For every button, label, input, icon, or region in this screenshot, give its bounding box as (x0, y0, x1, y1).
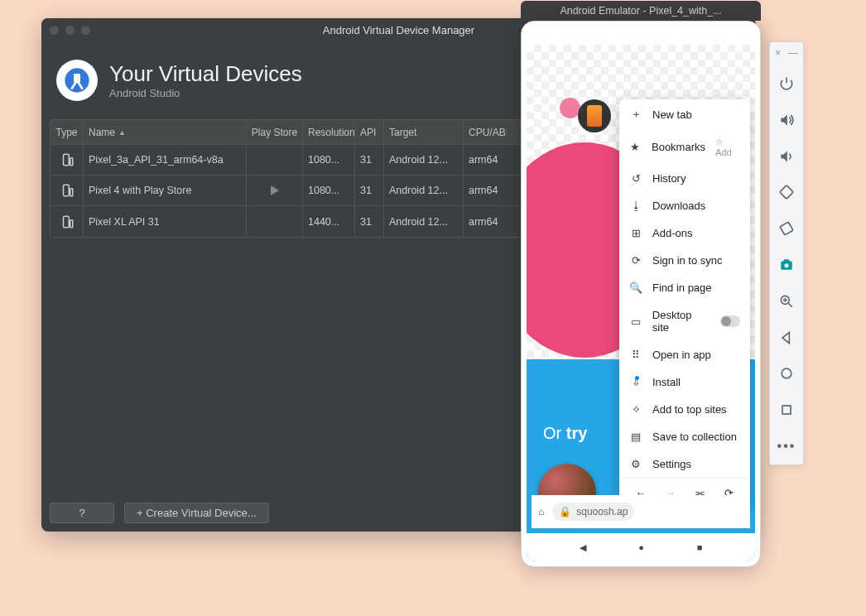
star-filled-icon: ★ (629, 141, 642, 153)
desktop-site-toggle[interactable] (720, 315, 740, 327)
svg-rect-5 (70, 189, 72, 196)
page-title: Your Virtual Devices (109, 61, 302, 87)
play-store-icon (247, 176, 303, 205)
menu-settings[interactable]: ⚙Settings (619, 450, 750, 478)
col-api[interactable]: API (355, 120, 384, 144)
emu-screenshot-button[interactable] (770, 247, 803, 283)
monitor-icon: ▭ (629, 315, 642, 328)
lock-icon: 🔒 (559, 506, 571, 517)
col-cpu[interactable]: CPU/ABI (464, 120, 507, 144)
menu-new-tab[interactable]: ＋New tab (619, 99, 750, 129)
android-studio-icon (56, 60, 98, 101)
open-in-app-badge (635, 376, 639, 380)
emulator-titlebar[interactable]: Android Emulator - Pixel_4_with_... (521, 1, 761, 21)
emu-back-button[interactable] (770, 320, 803, 356)
history-icon: ↺ (629, 172, 642, 185)
puzzle-icon: ⊞ (629, 227, 642, 239)
emu-close-button[interactable]: × (775, 47, 781, 59)
col-resolution[interactable]: Resolution (303, 120, 355, 144)
svg-point-12 (782, 369, 791, 379)
emulator-screen: Or try 11:03 ⚙ M ⊙ ▾ ◢ ▮ ＋New tab ★Bookm… (527, 26, 755, 561)
menu-desktop-site[interactable]: ▭Desktop site (619, 301, 750, 341)
emu-home-button[interactable] (770, 356, 803, 392)
menu-addons[interactable]: ⊞Add-ons (619, 219, 750, 247)
emu-rotate-right-button[interactable] (770, 210, 803, 247)
col-playstore[interactable]: Play Store (247, 120, 303, 144)
emu-volume-up-button[interactable] (770, 102, 803, 138)
help-button[interactable]: ? (50, 503, 114, 523)
svg-rect-7 (70, 219, 72, 227)
col-target[interactable]: Target (384, 120, 464, 144)
minimize-dot[interactable] (65, 26, 75, 35)
mac-traffic-lights[interactable] (50, 26, 90, 35)
emu-rotate-left-button[interactable] (770, 174, 803, 210)
menu-save-collection[interactable]: ▤Save to collection (619, 423, 750, 450)
sort-asc-icon: ▲ (118, 128, 126, 137)
menu-add-top-sites[interactable]: ✧Add to top sites (619, 396, 750, 423)
menu-downloads[interactable]: ⭳Downloads (619, 192, 750, 219)
hero-text: Or try (543, 424, 587, 443)
android-recents-button[interactable]: ■ (697, 542, 703, 552)
svg-rect-8 (780, 185, 793, 199)
svg-rect-6 (63, 216, 69, 228)
svg-rect-2 (63, 154, 69, 166)
col-type[interactable]: Type (51, 120, 84, 144)
emulator-toolbar: × — ••• (769, 41, 804, 465)
svg-rect-4 (63, 185, 69, 196)
android-home-button[interactable]: ● (638, 542, 644, 552)
close-dot[interactable] (50, 26, 59, 35)
menu-bookmarks[interactable]: ★Bookmarks☆ Add (619, 129, 750, 165)
emu-minimize-button[interactable]: — (788, 47, 798, 59)
menu-signin[interactable]: ⟳Sign in to sync (619, 247, 750, 274)
pin-icon: ✧ (629, 403, 642, 416)
emu-volume-down-button[interactable] (770, 138, 803, 175)
emu-zoom-button[interactable] (770, 283, 803, 320)
page-subtitle: Android Studio (109, 87, 302, 99)
col-name[interactable]: Name▲ (84, 120, 247, 144)
plus-icon: ＋ (629, 107, 642, 122)
sync-icon: ⟳ (629, 254, 642, 267)
apps-grid-icon: ⠿ (629, 349, 642, 361)
svg-rect-13 (782, 406, 791, 414)
emulator-title: Android Emulator - Pixel_4_with_... (560, 5, 721, 17)
emu-more-button[interactable]: ••• (770, 428, 803, 464)
url-field[interactable]: 🔒squoosh.ap (552, 503, 634, 521)
svg-rect-9 (780, 222, 793, 235)
menu-find[interactable]: 🔍Find in page (619, 274, 750, 301)
star-outline-icon[interactable]: ☆ Add (715, 137, 740, 157)
menu-open-in-app[interactable]: ⠿Open in app (619, 341, 750, 368)
gear-icon: ⚙ (629, 458, 642, 470)
emu-overview-button[interactable] (770, 392, 803, 428)
app-avatar-icon[interactable] (578, 99, 611, 132)
search-icon: 🔍 (629, 282, 642, 294)
phone-icon (60, 152, 75, 167)
phone-icon (60, 214, 75, 229)
android-nav-bar: ◀ ● ■ (527, 533, 755, 561)
menu-history[interactable]: ↺History (619, 165, 750, 192)
phone-icon (60, 183, 75, 198)
download-icon: ⭳ (629, 200, 642, 212)
zoom-dot[interactable] (81, 26, 90, 35)
svg-rect-3 (70, 158, 72, 166)
emu-power-button[interactable] (770, 65, 803, 102)
collection-icon: ▤ (629, 431, 642, 443)
create-device-button[interactable]: + Create Virtual Device... (124, 503, 269, 523)
home-icon[interactable]: ⌂ (538, 506, 544, 517)
svg-point-10 (785, 263, 789, 267)
firefox-address-bar: ⌂ 🔒squoosh.ap (532, 495, 750, 528)
firefox-menu: ＋New tab ★Bookmarks☆ Add ↺History ⭳Downl… (619, 99, 750, 508)
android-back-button[interactable]: ◀ (580, 542, 586, 553)
emulator-frame: Or try 11:03 ⚙ M ⊙ ▾ ◢ ▮ ＋New tab ★Bookm… (521, 21, 761, 567)
menu-install[interactable]: ⇩Install (619, 368, 750, 396)
